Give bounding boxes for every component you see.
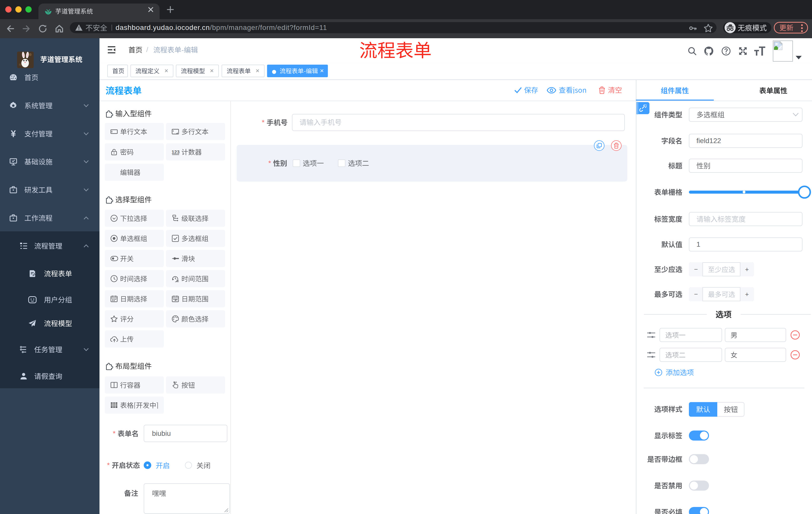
svg-text:123: 123 xyxy=(172,150,180,155)
